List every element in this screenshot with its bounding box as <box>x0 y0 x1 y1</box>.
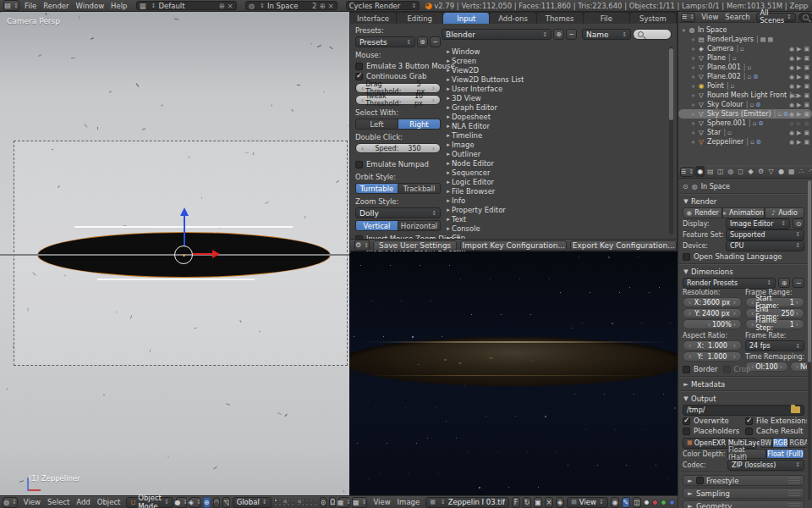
preferences-tab[interactable]: Themes <box>537 13 584 24</box>
render-image[interactable] <box>349 251 678 495</box>
tab-render-layers-icon[interactable]: ▤ <box>705 166 715 177</box>
render-toggle-camera-icon[interactable]: ▣ <box>804 139 809 146</box>
expand-toggle[interactable]: + <box>689 92 697 99</box>
keyconfig-search-input[interactable] <box>633 29 672 40</box>
tab-particles-icon[interactable]: ∴ <box>797 166 806 177</box>
tab-scene-icon[interactable]: ◫ <box>716 166 725 177</box>
select-right-button[interactable]: Right <box>398 119 441 130</box>
expand-triangle-icon[interactable]: ▸ <box>445 132 452 139</box>
collapsed-panel-header[interactable]: ► Freestyle <box>683 475 804 486</box>
feature-set-dropdown[interactable]: Supported↕ <box>726 229 804 240</box>
device-dropdown[interactable]: CPU↕ <box>726 240 804 251</box>
selectable-toggle-icon[interactable]: ▶ <box>797 130 801 136</box>
tab-modifiers-icon[interactable]: ⚙ <box>756 166 765 177</box>
resolution-x-field[interactable]: X:3600 px <box>683 297 742 307</box>
expand-triangle-icon[interactable]: ▸ <box>445 48 452 55</box>
output-panel-header[interactable]: Output <box>691 395 716 403</box>
fake-user-button[interactable]: F <box>512 497 520 508</box>
lock-interface-toggle[interactable]: ⊙ <box>793 218 804 229</box>
transform-orientation-selector[interactable]: Global↕ <box>233 497 272 508</box>
keyconfig-category[interactable]: ▸ Text <box>445 214 665 224</box>
screen-layout-selector[interactable]: ▦↕ Default ⊕ × <box>136 1 237 10</box>
render-presets-dropdown[interactable]: Render Presets↕ <box>683 278 776 289</box>
panel-grip[interactable] <box>788 490 800 496</box>
refresh-image-button[interactable]: ↻ <box>523 497 531 508</box>
channel-luma-toggle[interactable] <box>644 500 650 505</box>
manipulator-center[interactable] <box>174 246 193 264</box>
expand-triangle-icon[interactable]: ▸ <box>445 76 452 83</box>
render-audio-button[interactable]: ♪Audio <box>765 207 804 218</box>
hide-toggle-eye-icon[interactable]: ◉ <box>789 120 794 127</box>
pin-icon[interactable]: ⊙ <box>683 183 689 190</box>
hide-toggle-eye-icon[interactable]: ◉ <box>789 74 794 80</box>
double-click-speed-slider[interactable]: Speed:350 <box>355 143 441 153</box>
render-engine-selector[interactable]: Cycles Render↕ <box>346 1 420 10</box>
expand-toggle[interactable]: + <box>689 130 697 136</box>
tab-material-icon[interactable]: ● <box>776 166 786 177</box>
preferences-tab[interactable]: Interface <box>350 13 397 24</box>
tab-constraints-icon[interactable]: ◆ <box>746 166 755 177</box>
panel-grip[interactable] <box>788 503 800 508</box>
filter-type-dropdown[interactable]: Name↕ <box>582 29 631 40</box>
expand-toggle[interactable]: + <box>689 120 697 127</box>
manipulator-x-axis[interactable] <box>193 253 213 255</box>
channels-rgba-button[interactable]: RGBA <box>788 438 807 448</box>
zoom-vertical-button[interactable]: Vertical <box>355 220 398 231</box>
selectable-toggle-icon[interactable]: ▶ <box>797 74 801 80</box>
menu-item[interactable]: Window <box>73 2 108 10</box>
outliner-row[interactable]: + Round Mesh Light Front | ▤ ▤ ▫ ⚙ ◉ ▶ ▣ <box>678 91 812 100</box>
keyconfig-category[interactable]: ▸ User Interface <box>445 84 665 93</box>
pin-image-button[interactable]: ◈ <box>556 497 564 508</box>
hide-toggle-eye-icon[interactable]: ◉ <box>789 55 794 62</box>
expand-toggle[interactable]: + <box>689 111 697 118</box>
placeholders-checkbox[interactable]: Placeholders <box>683 426 742 436</box>
close-layout-icon[interactable]: × <box>228 2 233 10</box>
keyconfig-category[interactable]: ▸ Sequencer <box>445 168 665 177</box>
emulate-3-button-checkbox[interactable]: Emulate 3 Button Mouse <box>355 61 441 71</box>
render-toggle-camera-icon[interactable]: ▣ <box>804 111 809 118</box>
keyconfig-category[interactable]: ▸ Graph Editor <box>445 102 665 112</box>
expand-toggle[interactable]: + <box>689 83 697 90</box>
select-left-button[interactable]: Left <box>355 119 398 130</box>
manipulator-rotate-toggle[interactable]: ◠ <box>213 497 221 508</box>
manipulator-translate-toggle[interactable]: ⊕ <box>203 497 211 508</box>
output-path-field[interactable]: /tmp/ <box>683 405 804 416</box>
keyconfig-category[interactable]: ▸ Console <box>445 224 665 233</box>
editor-type-menu[interactable]: ☰↕ <box>681 13 695 22</box>
orbit-turntable-button[interactable]: Turntable <box>355 183 398 194</box>
dimensions-panel-header[interactable]: Dimensions <box>691 268 733 276</box>
selectable-toggle-icon[interactable]: ▶ <box>797 46 801 52</box>
mode-selector[interactable]: ◻Object Mode↕ <box>126 497 173 508</box>
manipulator-x-arrowhead[interactable] <box>212 250 220 258</box>
menu-item[interactable]: File <box>21 2 40 10</box>
panel-grip[interactable] <box>788 478 800 483</box>
export-keyconfig-button[interactable]: Export Key Configuration... <box>570 240 677 251</box>
tab-texture-icon[interactable]: ▦ <box>787 166 796 177</box>
layers-grid-left[interactable] <box>274 499 294 506</box>
import-keyconfig-button[interactable]: Import Key Configuration... <box>460 240 567 251</box>
duplicate-image-button[interactable]: ▣ <box>534 497 542 508</box>
frame-step-field[interactable]: Frame Step:1 <box>745 319 804 329</box>
remap-old-field[interactable]: Ol:100 <box>745 362 788 372</box>
float-full-button[interactable]: Float (Full) <box>766 449 805 459</box>
expand-triangle-icon[interactable]: ▸ <box>445 58 452 64</box>
keyconfig-category[interactable]: ▸ File Browser <box>445 186 665 196</box>
preferences-tab[interactable]: Add-ons <box>490 13 536 24</box>
selectable-toggle-icon[interactable]: ▶ <box>797 64 801 71</box>
add-preset-button[interactable]: ⊕ <box>417 36 428 47</box>
aspect-y-field[interactable]: Y:1.000 <box>683 351 742 362</box>
channel-red-toggle[interactable] <box>652 500 658 505</box>
outliner-row[interactable]: + RenderLayers | ▤ ▤ ▫ ⚙ ◉ ▶ ▣ <box>678 35 812 44</box>
keyconfig-selector[interactable]: Blender↕ <box>442 29 551 40</box>
save-user-settings-button[interactable]: Save User Settings <box>373 240 457 251</box>
outliner-row[interactable]: + Sphere.001 | ▤ ▤ ▫ ⚙ ◉ ▶ ▣ <box>678 119 812 128</box>
expand-triangle-icon[interactable]: ▸ <box>445 151 452 157</box>
expand-triangle-icon[interactable]: ▸ <box>445 95 452 102</box>
expand-toggle[interactable]: + <box>689 36 697 43</box>
paint-mode-button[interactable]: ✎ <box>622 497 630 508</box>
preferences-tab[interactable]: System <box>630 13 677 24</box>
expand-triangle-icon[interactable]: ▸ <box>445 141 452 148</box>
menu-item[interactable]: Render <box>40 2 72 10</box>
add-preset-button[interactable]: ⊕ <box>778 278 790 288</box>
keyconfig-category[interactable]: ▸ View2D <box>445 65 665 75</box>
